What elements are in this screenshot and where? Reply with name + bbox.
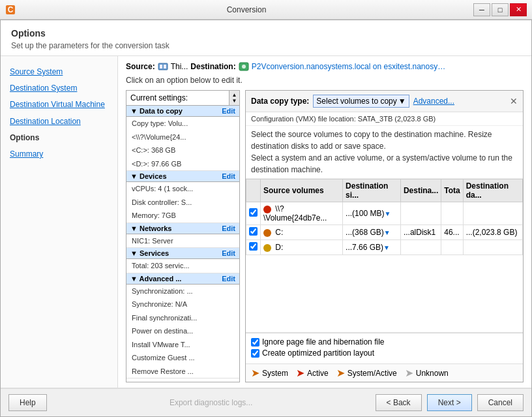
- data-copy-edit[interactable]: Edit: [222, 107, 235, 115]
- legend-unknown-label: Unknown: [416, 369, 449, 378]
- create-partition-checkbox[interactable]: [251, 349, 259, 358]
- header: Options Set up the parameters for the co…: [1, 20, 531, 56]
- main-panel: Source: Thi... Destination: P2Vconversio…: [118, 56, 531, 388]
- help-button[interactable]: Help: [8, 394, 47, 411]
- legend-system: ➤ System: [251, 367, 288, 379]
- page-title: Options: [11, 28, 521, 39]
- settings-section-devices: ▼ Devices Edit vCPUs: 4 (1 sock... Disk …: [126, 171, 239, 223]
- active-arrow-icon: ➤: [296, 367, 304, 379]
- advanced-link[interactable]: Advanced...: [413, 97, 454, 106]
- settings-section-advanced: ▼ Advanced ... Edit Synchronization: ...…: [126, 273, 239, 379]
- row1-checkbox[interactable]: [249, 208, 258, 217]
- volumes-table: Source volumes Destination si... Destina…: [246, 179, 523, 333]
- row2-icon: [263, 229, 271, 237]
- row3-size-dropdown[interactable]: ▼: [383, 244, 390, 251]
- close-button[interactable]: ✕: [510, 3, 527, 16]
- sidebar-item-destination-location[interactable]: Destination Location: [6, 114, 112, 130]
- row1-dest-size: ...(100 MB) ▼: [343, 202, 401, 225]
- row3-checkbox[interactable]: [249, 242, 258, 251]
- advanced-sub-3: Final synchronizati...: [126, 311, 239, 325]
- devices-edit[interactable]: Edit: [222, 172, 235, 180]
- desc-line-3: Select a system and an active volume, or…: [251, 152, 518, 164]
- volumes-data-table: Source volumes Destination si... Destina…: [246, 179, 523, 255]
- source-text: Thi...: [171, 62, 188, 71]
- row1-size-dropdown[interactable]: ▼: [384, 210, 391, 217]
- row1-icon: [263, 206, 271, 213]
- sidebar-item-destination-system[interactable]: Destination System: [6, 80, 112, 97]
- config-text: Configuration (VMX) file location: SATA_…: [246, 112, 523, 126]
- advanced-sub-4: Power on destina...: [126, 324, 239, 338]
- legend-unknown: ➤ Unknown: [405, 367, 449, 379]
- services-edit[interactable]: Edit: [222, 249, 235, 257]
- dropdown-arrow-data: ▼ Data to copy: [130, 107, 183, 115]
- advanced-edit[interactable]: Edit: [222, 275, 235, 283]
- settings-section-data: ▼ Data to copy Edit Copy type: Volu... <…: [126, 106, 239, 171]
- networks-header: ▼ Networks Edit: [126, 223, 239, 234]
- page-subtitle: Set up the parameters for the conversion…: [11, 41, 521, 50]
- create-partition-label: Create optimized partition layout: [262, 348, 374, 358]
- legend-system-label: System: [262, 369, 288, 378]
- unknown-arrow-icon: ➤: [405, 367, 413, 379]
- copy-type-value: Select volumes to copy: [316, 97, 396, 106]
- advanced-sub-6: Customize Guest ...: [126, 351, 239, 365]
- main-window: Options Set up the parameters for the co…: [0, 20, 532, 417]
- desc-line-1: Select the source volumes to copy to the…: [251, 129, 518, 140]
- maximize-button[interactable]: □: [492, 3, 509, 16]
- devices-header: ▼ Devices Edit: [126, 171, 239, 182]
- table-row: D: ...7.66 GB) ▼: [246, 240, 523, 255]
- row2-size-dropdown[interactable]: ▼: [384, 229, 391, 236]
- sidebar-item-source-system[interactable]: Source System: [6, 64, 112, 80]
- sidebar-item-options: Options: [6, 130, 112, 146]
- row2-source: C:: [261, 225, 343, 240]
- services-sub-1: Total: 203 servic...: [126, 259, 239, 273]
- row1-dest-disk: [400, 202, 441, 225]
- row1-dest-data: [463, 202, 522, 225]
- legend-active-label: Active: [307, 369, 329, 378]
- services-header: ▼ Services Edit: [126, 248, 239, 259]
- content-area: Source System Destination System Destina…: [1, 56, 531, 388]
- row2-total: 46...: [441, 225, 463, 240]
- ignore-page-checkbox[interactable]: [251, 338, 259, 347]
- row2-dest-size: ...(368 GB) ▼: [343, 225, 401, 240]
- table-row: \\?\Volume{24db7e... ...(100 MB) ▼: [246, 202, 523, 225]
- copy-type-label: Data copy type:: [251, 97, 309, 106]
- dropdown-arrow-icon: ▼: [398, 97, 406, 106]
- table-row: C: ...(368 GB) ▼ ...alDisk1: [246, 225, 523, 240]
- row1-total: [441, 202, 463, 225]
- sidebar-item-summary[interactable]: Summary: [6, 146, 112, 162]
- row3-size-value: ...7.66 GB): [346, 243, 383, 252]
- current-settings-label: Current settings:: [126, 91, 229, 105]
- col-header-check: [246, 179, 261, 202]
- window-controls: ─ □ ✕: [473, 3, 527, 16]
- legend-sysactive-label: System/Active: [347, 369, 397, 378]
- source-label: Source:: [126, 62, 155, 71]
- sidebar-item-destination-vm[interactable]: Destination Virtual Machine: [6, 97, 112, 113]
- ignore-page-label: Ignore page file and hibernation file: [262, 337, 384, 347]
- advanced-sub-5: Install VMware T...: [126, 338, 239, 352]
- row3-total: [441, 240, 463, 255]
- svg-rect-4: [164, 65, 166, 69]
- settings-section-services: ▼ Services Edit Total: 203 servic...: [126, 248, 239, 273]
- settings-scroll[interactable]: ▲▼: [229, 91, 239, 105]
- dropdown-arrow-advanced: ▼ Advanced ...: [130, 275, 181, 283]
- settings-area: Current settings: ▲▼ ▼ Data to copy Edit…: [126, 90, 524, 382]
- close-panel-button[interactable]: ✕: [510, 96, 518, 106]
- row3-dest-size: ...7.66 GB) ▼: [343, 240, 401, 255]
- create-partition-row: Create optimized partition layout: [251, 348, 518, 358]
- row2-checkbox[interactable]: [249, 227, 258, 236]
- row3-icon: [263, 244, 271, 252]
- cancel-button[interactable]: Cancel: [477, 394, 524, 411]
- row3-dest-data: [463, 240, 522, 255]
- back-button[interactable]: < Back: [376, 394, 422, 411]
- row3-dest-disk: [400, 240, 441, 255]
- minimize-button[interactable]: ─: [473, 3, 490, 16]
- networks-edit[interactable]: Edit: [222, 224, 235, 232]
- right-panel: Data copy type: Select volumes to copy ▼…: [245, 90, 524, 382]
- dropdown-arrow-services: ▼ Services: [130, 249, 169, 257]
- next-button[interactable]: Next >: [427, 394, 472, 411]
- legend: ➤ System ➤ Active ➤ System/Active ➤: [246, 363, 523, 382]
- copy-type-select[interactable]: Select volumes to copy ▼: [313, 95, 409, 108]
- col-header-source: Source volumes: [261, 179, 343, 202]
- app-icon: C: [5, 5, 16, 15]
- desc-line-4: destination machine.: [251, 164, 518, 176]
